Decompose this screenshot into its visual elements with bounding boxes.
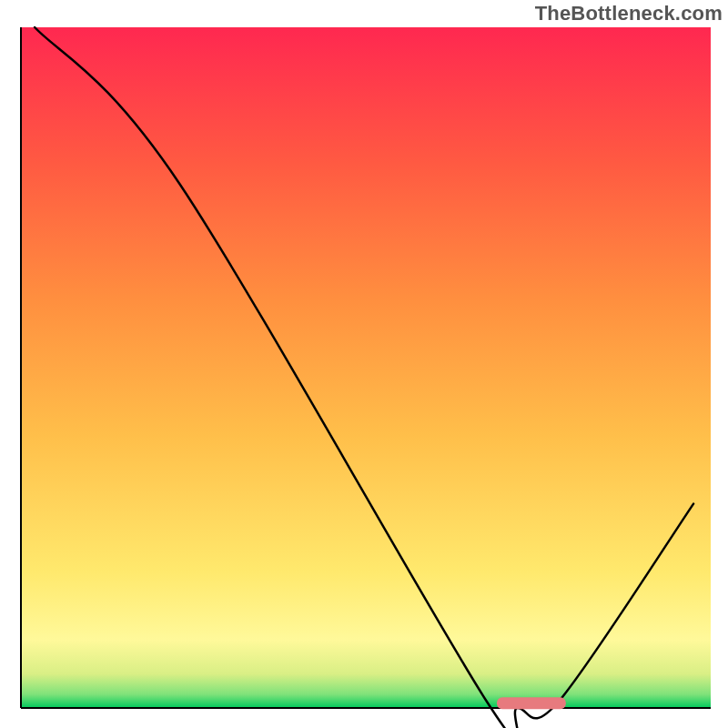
optimal-range-marker [497,697,566,709]
watermark-text: TheBottleneck.com [535,2,723,25]
bottleneck-chart: TheBottleneck.com [0,0,728,728]
plot-background-gradient [21,27,711,708]
chart-svg [0,0,728,728]
